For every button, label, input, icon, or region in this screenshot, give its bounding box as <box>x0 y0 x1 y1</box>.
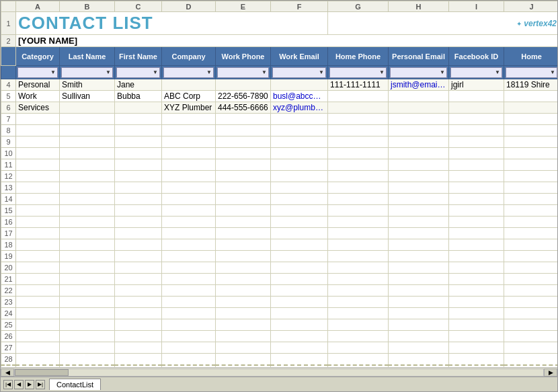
cell-last-name-4[interactable]: Smith <box>60 79 115 91</box>
row-9: 9 <box>1 136 558 148</box>
filter-dropdown-last-name[interactable]: ▼ <box>61 67 113 78</box>
row-num: 14 <box>1 194 16 205</box>
cell-first-name-6[interactable] <box>115 102 162 114</box>
cell-work-phone-4[interactable] <box>216 79 271 91</box>
col-header-c[interactable]: C <box>115 1 162 12</box>
filter-work-phone[interactable]: ▼ <box>216 66 271 79</box>
cell-work-phone-5[interactable]: 222-656-7890 <box>216 91 271 102</box>
first-sheet-btn[interactable]: |◀ <box>3 380 13 389</box>
row-num: 26 <box>1 331 16 342</box>
row-num: 21 <box>1 274 16 285</box>
col-header-h[interactable]: H <box>389 1 449 12</box>
cell-home-phone-4[interactable]: 111-111-1111 <box>328 79 389 91</box>
filter-dropdown-work-phone[interactable]: ▼ <box>217 67 269 78</box>
col-header-f[interactable]: F <box>271 1 328 12</box>
filter-dropdown-company[interactable]: ▼ <box>163 67 214 78</box>
filter-facebook-id[interactable]: ▼ <box>449 66 504 79</box>
col-header-i[interactable]: I <box>449 1 504 12</box>
filter-dropdown-category[interactable]: ▼ <box>17 67 58 78</box>
row-num: 7 <box>1 114 16 125</box>
filter-dropdown-first-name[interactable]: ▼ <box>116 67 160 78</box>
cell-category-6[interactable]: Services <box>16 102 60 114</box>
filter-first-name[interactable]: ▼ <box>115 66 162 79</box>
chevron-down-icon: ▼ <box>206 69 212 75</box>
row-2: 2 [YOUR NAME] <box>1 35 558 47</box>
row-num: 9 <box>1 136 16 148</box>
row-16: 16 <box>1 217 558 228</box>
header-work-email: Work Email <box>271 47 328 66</box>
cell-work-email-4[interactable] <box>271 79 328 91</box>
cell-personal-email-6[interactable] <box>389 102 449 114</box>
chevron-down-icon: ▼ <box>106 69 111 75</box>
col-header-a[interactable]: A <box>16 1 60 12</box>
cell-home-6[interactable] <box>504 102 558 114</box>
cell-facebook-6[interactable] <box>449 102 504 114</box>
cell-home-phone-5[interactable] <box>328 91 389 102</box>
cell-last-name-5[interactable]: Sullivan <box>60 91 115 102</box>
cell-company-5[interactable]: ABC Corp <box>162 91 216 102</box>
chevron-down-icon: ▼ <box>153 69 158 75</box>
cell-first-name-5[interactable]: Bubba <box>115 91 162 102</box>
filter-dropdown-work-email[interactable]: ▼ <box>272 67 326 78</box>
row-num: 13 <box>1 182 16 194</box>
scroll-left-btn[interactable]: ◀ <box>1 368 14 377</box>
header-row-num <box>1 47 16 66</box>
spreadsheet-table: A B C D E F G H I J 1 CONTACT LIST <box>1 1 557 367</box>
filter-category[interactable]: ▼ <box>16 66 60 79</box>
filter-company[interactable]: ▼ <box>162 66 216 79</box>
filter-home[interactable]: ▼ <box>504 66 558 79</box>
col-header-b[interactable]: B <box>60 1 115 12</box>
your-name-text: [YOUR NAME] <box>18 36 77 46</box>
sheet-tab-contactlist[interactable]: ContactList <box>49 379 101 390</box>
data-row-4: 4 Personal Smith Jane 111-111-1111 jsmit… <box>1 79 558 91</box>
col-header-d[interactable]: D <box>162 1 216 12</box>
cell-personal-email-4[interactable]: jsmith@email.com <box>389 79 449 91</box>
chevron-down-icon: ▼ <box>262 69 267 75</box>
cell-category-5[interactable]: Work <box>16 91 60 102</box>
next-sheet-btn[interactable]: ▶ <box>25 380 34 389</box>
last-sheet-btn[interactable]: ▶| <box>36 380 45 389</box>
scroll-right-btn[interactable]: ▶ <box>544 368 557 377</box>
cell-company-6[interactable]: XYZ Plumber <box>162 102 216 114</box>
filter-dropdown-home[interactable]: ▼ <box>506 67 557 78</box>
row-num: 20 <box>1 262 16 274</box>
col-header-j[interactable]: J <box>504 1 558 12</box>
row-num: 29 <box>1 365 16 368</box>
header-home: Home <box>504 47 558 66</box>
row-num: 17 <box>1 228 16 239</box>
prev-sheet-btn[interactable]: ◀ <box>14 380 24 389</box>
cell-category-4[interactable]: Personal <box>16 79 60 91</box>
cell-last-name-6[interactable] <box>60 102 115 114</box>
spreadsheet-title: CONTACT LIST <box>18 13 153 33</box>
cell-personal-email-5[interactable] <box>389 91 449 102</box>
cell-company-4[interactable] <box>162 79 216 91</box>
filter-row-num <box>1 66 16 79</box>
filter-personal-email[interactable]: ▼ <box>389 66 449 79</box>
cell-home-4[interactable]: 18119 Shire <box>504 79 558 91</box>
cell-facebook-4[interactable]: jgirl <box>449 79 504 91</box>
filter-dropdown-facebook-id[interactable]: ▼ <box>450 67 502 78</box>
cell-home-phone-6[interactable] <box>328 102 389 114</box>
row-num: 22 <box>1 285 16 297</box>
horizontal-scrollbar[interactable] <box>14 368 544 377</box>
filter-work-email[interactable]: ▼ <box>271 66 328 79</box>
header-personal-email: Personal Email <box>389 47 449 66</box>
col-header-e[interactable]: E <box>216 1 271 12</box>
filter-dropdown-personal-email[interactable]: ▼ <box>390 67 447 78</box>
row-num: 18 <box>1 239 16 251</box>
filter-last-name[interactable]: ▼ <box>60 66 115 79</box>
filter-dropdown-home-phone[interactable]: ▼ <box>329 67 387 78</box>
col-header-g[interactable]: G <box>328 1 389 12</box>
cell-work-email-6[interactable]: xyz@plumber.com <box>271 102 328 114</box>
cell-home-5[interactable] <box>504 91 558 102</box>
cell-work-phone-6[interactable]: 444-555-6666 <box>216 102 271 114</box>
sheet-area: A B C D E F G H I J 1 CONTACT LIST <box>1 1 557 367</box>
cell-facebook-5[interactable] <box>449 91 504 102</box>
filter-home-phone[interactable]: ▼ <box>328 66 389 79</box>
cell-first-name-4[interactable]: Jane <box>115 79 162 91</box>
row-10: 10 <box>1 148 558 159</box>
row-11: 11 <box>1 159 558 171</box>
cell-work-email-5[interactable]: busl@abccorp.com <box>271 91 328 102</box>
header-category: Category <box>16 47 60 66</box>
header-row: Category Last Name First Name Company Wo… <box>1 47 558 66</box>
